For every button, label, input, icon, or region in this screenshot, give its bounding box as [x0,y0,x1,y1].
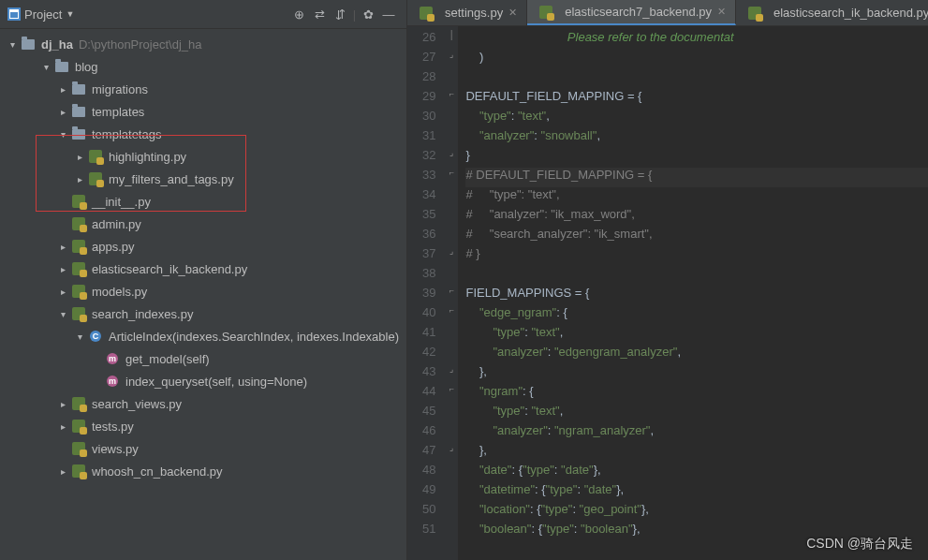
method-icon: m [105,374,120,389]
tree-item-label: search_views.py [92,397,182,411]
tab-label: settings.py [445,6,503,20]
collapse-all-icon[interactable]: ⇵ [331,4,351,24]
tab-label: elasticsearch7_backend.py [565,5,712,19]
fold-column[interactable]: │⌟⌐⌟⌐⌟⌐⌐⌟⌐⌟ [445,26,458,560]
tree-item-label: ArticleIndex(indexes.SearchIndex, indexe… [109,330,399,344]
dir-icon [54,59,69,74]
chevron-icon[interactable]: ▸ [56,287,69,297]
chevron-icon[interactable]: ▾ [56,309,69,319]
tree-item-label: tests.py [92,420,134,434]
py-icon [71,261,86,276]
chevron-icon[interactable]: ▸ [56,84,69,95]
py-icon [71,306,86,321]
chevron-icon[interactable]: ▸ [73,174,86,184]
py-icon [71,239,86,254]
py-icon [71,216,86,231]
expand-all-icon[interactable]: ⇄ [310,4,331,24]
editor-tab[interactable]: settings.py✕ [407,0,527,25]
tree-item-label: highlighting.py [109,150,186,164]
dir-icon [71,81,86,96]
tree-item[interactable]: ▸whoosh_cn_backend.py [0,460,406,482]
tree-item[interactable]: ▸my_filters_and_tags.py [0,168,406,190]
tree-item[interactable]: ▾templatetags [0,123,406,145]
locate-icon[interactable]: ⊕ [289,4,310,24]
dir-icon [71,126,86,141]
tree-item-label: blog [75,60,98,74]
method-icon: m [105,351,120,366]
tree-item[interactable]: ▸highlighting.py [0,145,406,168]
py-icon [88,171,103,186]
chevron-icon[interactable]: ▸ [56,421,69,432]
editor-tabs: settings.py✕elasticsearch7_backend.py✕el… [407,0,928,26]
tree-item[interactable]: views.py [0,437,406,460]
tree-item[interactable]: ▾search_indexes.py [0,302,406,325]
tree-item[interactable]: ▸apps.py [0,235,406,258]
tree-item[interactable]: ▸elasticsearch_ik_backend.py [0,258,406,280]
chevron-icon[interactable]: ▸ [56,264,69,274]
sidebar-header: Project ▼ ⊕ ⇄ ⇵ | ✿ — [0,0,406,29]
py-icon [71,396,86,411]
py-icon [71,441,86,456]
tab-label: elasticsearch_ik_backend.py [773,6,928,20]
chevron-icon[interactable]: ▸ [56,466,69,477]
py-icon [71,284,86,299]
tree-item-label: templates [92,105,144,119]
tree-item-label: whoosh_cn_backend.py [92,464,223,479]
py-icon [71,194,86,209]
tree-item[interactable]: ▾blog [0,55,406,78]
tree-item-label: my_filters_and_tags.py [109,172,234,186]
editor-tab[interactable]: elasticsearch_ik_backend.py✕ [736,0,928,25]
chevron-icon[interactable]: ▸ [73,152,86,162]
tree-root[interactable]: ▾ dj_ha D:\pythonProject\dj_ha [0,33,406,55]
tree-item[interactable]: __init__.py [0,190,406,213]
class-icon: C [88,329,103,344]
tree-item-label: __init__.py [92,195,151,209]
tree-item-label: search_indexes.py [92,307,193,321]
chevron-icon[interactable]: ▸ [56,242,69,252]
project-icon [7,7,21,21]
watermark: CSDN @骑台风走 [806,536,913,553]
tree-item-label: apps.py [92,240,135,254]
python-file-icon [419,6,434,21]
tree-item[interactable]: mget_model(self) [0,347,406,370]
py-icon [71,419,86,434]
settings-icon[interactable]: ✿ [358,4,378,24]
tree-item-label: elasticsearch_ik_backend.py [92,262,247,276]
tree-item[interactable]: ▸tests.py [0,415,406,437]
chevron-icon[interactable]: ▸ [56,399,69,409]
chevron-icon[interactable]: ▾ [39,62,52,72]
tree-item-label: admin.py [92,217,141,231]
tree-item[interactable]: ▸models.py [0,280,406,302]
py-icon [88,149,103,164]
tree-item[interactable]: ▸templates [0,100,406,123]
tree-item-label: migrations [92,82,148,96]
tree-item-label: get_model(self) [125,352,210,366]
python-file-icon [747,6,762,21]
tree-item[interactable]: ▸search_views.py [0,392,406,415]
project-sidebar: Project ▼ ⊕ ⇄ ⇵ | ✿ — ▾ dj_ha D:\pythonP… [0,0,407,560]
close-icon[interactable]: ✕ [508,7,517,19]
tree-item[interactable]: mindex_queryset(self, using=None) [0,370,406,392]
tree-item-label: index_queryset(self, using=None) [125,375,307,389]
tree-item-label: models.py [92,285,147,299]
editor-tab[interactable]: elasticsearch7_backend.py✕ [527,0,736,25]
chevron-icon[interactable]: ▾ [73,332,86,342]
sidebar-title[interactable]: Project ▼ [24,7,74,22]
tree-item-label: templatetags [92,127,161,141]
close-icon[interactable]: ✕ [717,6,726,18]
tree-item[interactable]: ▸migrations [0,78,406,100]
tree-item-label: views.py [92,442,139,456]
chevron-icon[interactable]: ▸ [56,107,69,117]
chevron-icon[interactable]: ▾ [56,129,69,140]
editor-pane: settings.py✕elasticsearch7_backend.py✕el… [407,0,928,560]
tree-item[interactable]: ▾CArticleIndex(indexes.SearchIndex, inde… [0,325,406,347]
hide-icon[interactable]: — [378,4,399,24]
py-icon [71,464,86,479]
code-area[interactable]: 2627282930313233343536373839404142434445… [407,26,928,560]
tree-item[interactable]: admin.py [0,213,406,235]
python-file-icon [538,5,553,20]
line-gutter: 2627282930313233343536373839404142434445… [407,26,445,560]
project-tree[interactable]: ▾ dj_ha D:\pythonProject\dj_ha ▾blog▸mig… [0,29,406,560]
code-body[interactable]: Please refer to the documentat )DEFAULT_… [458,26,928,560]
dir-icon [71,104,86,119]
